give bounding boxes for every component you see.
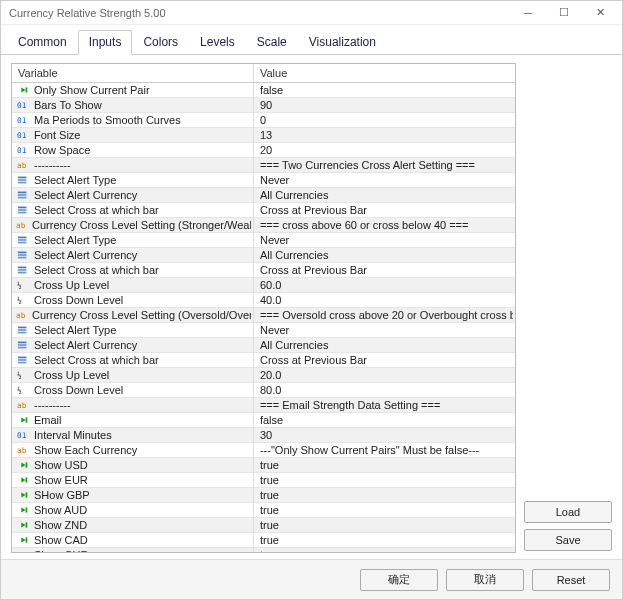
table-row[interactable]: SHow GBPtrue (12, 488, 515, 503)
value-cell[interactable]: true (256, 549, 513, 553)
value-cell[interactable]: 40.0 (256, 294, 513, 306)
value-cell[interactable]: true (256, 504, 513, 516)
value-cell[interactable]: 80.0 (256, 384, 513, 396)
variable-label: Cross Down Level (34, 294, 123, 306)
value-cell[interactable]: 20.0 (256, 369, 513, 381)
value-cell[interactable]: true (256, 519, 513, 531)
table-row[interactable]: Show USDtrue (12, 458, 515, 473)
variable-label: Ma Periods to Smooth Curves (34, 114, 181, 126)
variable-label: Select Alert Type (34, 174, 116, 186)
svg-rect-40 (26, 417, 28, 422)
value-cell[interactable]: 60.0 (256, 279, 513, 291)
string-icon: ab (16, 219, 28, 231)
svg-rect-29 (18, 329, 27, 331)
tab-inputs[interactable]: Inputs (78, 30, 133, 55)
string-icon: ab (16, 444, 30, 456)
table-row[interactable]: ½Cross Up Level60.0 (12, 278, 515, 293)
table-row[interactable]: Select Alert TypeNever (12, 233, 515, 248)
value-cell[interactable]: Cross at Previous Bar (256, 204, 513, 216)
table-row[interactable]: Select Cross at which barCross at Previo… (12, 353, 515, 368)
table-row[interactable]: 01Font Size13 (12, 128, 515, 143)
table-row[interactable]: Select Alert CurrencyAll Currencies (12, 338, 515, 353)
svg-rect-31 (18, 342, 27, 344)
table-row[interactable]: 01Bars To Show90 (12, 98, 515, 113)
value-cell[interactable]: Cross at Previous Bar (256, 354, 513, 366)
table-row[interactable]: Show AUDtrue (12, 503, 515, 518)
table-row[interactable]: Select Cross at which barCross at Previo… (12, 263, 515, 278)
tab-visualization[interactable]: Visualization (298, 30, 387, 55)
value-cell[interactable]: 90 (256, 99, 513, 111)
table-row[interactable]: abCurrency Cross Level Setting (Oversold… (12, 308, 515, 323)
svg-rect-36 (18, 362, 27, 364)
value-cell[interactable]: Never (256, 324, 513, 336)
dialog-window: Currency Relative Strength 5.00 ─ ☐ ✕ Co… (0, 0, 623, 600)
table-row[interactable]: Select Alert CurrencyAll Currencies (12, 188, 515, 203)
minimize-button[interactable]: ─ (510, 2, 546, 24)
table-row[interactable]: ½Cross Up Level20.0 (12, 368, 515, 383)
maximize-button[interactable]: ☐ (546, 2, 582, 24)
tab-levels[interactable]: Levels (189, 30, 246, 55)
value-cell[interactable]: === cross above 60 or cross below 40 === (256, 219, 513, 231)
table-row[interactable]: Show ZNDtrue (12, 518, 515, 533)
ok-button[interactable]: 确定 (360, 569, 438, 591)
value-cell[interactable]: All Currencies (256, 339, 513, 351)
value-cell[interactable]: 20 (256, 144, 513, 156)
variable-cell: Show AUD (14, 504, 251, 516)
content-area: Variable Value Only Show Current Pairfal… (1, 55, 622, 559)
value-cell[interactable]: Cross at Previous Bar (256, 264, 513, 276)
table-row[interactable]: Show CHFtrue (12, 548, 515, 554)
value-cell[interactable]: Never (256, 174, 513, 186)
col-value[interactable]: Value (253, 64, 515, 83)
table-row[interactable]: Show CADtrue (12, 533, 515, 548)
value-cell[interactable]: 0 (256, 114, 513, 126)
value-cell[interactable]: All Currencies (256, 249, 513, 261)
value-cell[interactable]: true (256, 474, 513, 486)
table-row[interactable]: abCurrency Cross Level Setting (Stronger… (12, 218, 515, 233)
svg-rect-16 (18, 237, 27, 239)
table-row[interactable]: 01Ma Periods to Smooth Curves0 (12, 113, 515, 128)
tab-scale[interactable]: Scale (246, 30, 298, 55)
value-cell[interactable]: true (256, 459, 513, 471)
table-row[interactable]: ½Cross Down Level40.0 (12, 293, 515, 308)
table-row[interactable]: Select Cross at which barCross at Previo… (12, 203, 515, 218)
value-cell[interactable]: false (256, 414, 513, 426)
bool-icon (16, 474, 30, 486)
value-cell[interactable]: 13 (256, 129, 513, 141)
enum-icon (16, 174, 30, 186)
table-row[interactable]: ab----------=== Two Currencies Cross Ale… (12, 158, 515, 173)
value-cell[interactable]: === Oversold cross above 20 or Overbough… (256, 309, 513, 321)
col-variable[interactable]: Variable (12, 64, 253, 83)
value-cell[interactable]: false (256, 84, 513, 96)
table-row[interactable]: Show EURtrue (12, 473, 515, 488)
value-cell[interactable]: All Currencies (256, 189, 513, 201)
table-row[interactable]: Select Alert CurrencyAll Currencies (12, 248, 515, 263)
save-button[interactable]: Save (524, 529, 612, 551)
reset-button[interactable]: Reset (532, 569, 610, 591)
svg-rect-19 (18, 252, 27, 254)
svg-text:½: ½ (17, 371, 22, 380)
tab-colors[interactable]: Colors (132, 30, 189, 55)
value-cell[interactable]: ---"Only Show Current Pairs" Must be fal… (256, 444, 513, 456)
table-row[interactable]: ½Cross Down Level80.0 (12, 383, 515, 398)
table-row[interactable]: Emailfalse (12, 413, 515, 428)
enum-icon (16, 264, 30, 276)
variable-label: Email (34, 414, 62, 426)
table-row[interactable]: 01Interval Minutes30 (12, 428, 515, 443)
value-cell[interactable]: === Two Currencies Cross Alert Setting =… (256, 159, 513, 171)
inputs-grid[interactable]: Variable Value Only Show Current Pairfal… (11, 63, 516, 553)
value-cell[interactable]: 30 (256, 429, 513, 441)
table-row[interactable]: Only Show Current Pairfalse (12, 83, 515, 98)
cancel-button[interactable]: 取消 (446, 569, 524, 591)
table-row[interactable]: Select Alert TypeNever (12, 323, 515, 338)
close-button[interactable]: ✕ (582, 2, 618, 24)
value-cell[interactable]: Never (256, 234, 513, 246)
value-cell[interactable]: true (256, 489, 513, 501)
table-row[interactable]: Select Alert TypeNever (12, 173, 515, 188)
table-row[interactable]: ab----------=== Email Strength Data Sett… (12, 398, 515, 413)
load-button[interactable]: Load (524, 501, 612, 523)
table-row[interactable]: 01Row Space20 (12, 143, 515, 158)
tab-common[interactable]: Common (7, 30, 78, 55)
value-cell[interactable]: === Email Strength Data Setting === (256, 399, 513, 411)
value-cell[interactable]: true (256, 534, 513, 546)
table-row[interactable]: abShow Each Currency---"Only Show Curren… (12, 443, 515, 458)
